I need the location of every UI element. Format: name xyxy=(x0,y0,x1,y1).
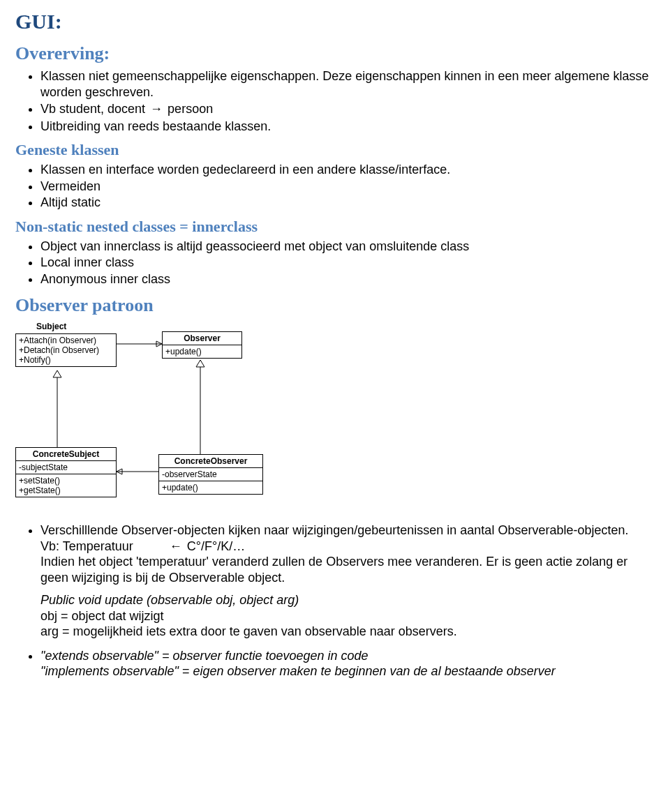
uml-connectors xyxy=(15,322,329,509)
uml-diagram: Subject +Attach(in Observer) +Detach(in … xyxy=(15,322,329,509)
arrow-icon: ← xyxy=(168,539,184,553)
text: Indien het object 'temperatuur' verander… xyxy=(40,555,627,585)
heading-geneste-klassen: Geneste klassen xyxy=(15,141,655,159)
page-title: GUI: xyxy=(15,10,655,33)
list-observer-notes: Verschilllende Observer-objecten kijken … xyxy=(40,522,655,679)
text: "implements observable" = eigen observer… xyxy=(40,664,556,678)
text: obj = object dat wijzigt xyxy=(40,609,164,623)
list-nested: Klassen en interface worden gedeclareerd… xyxy=(40,162,655,211)
list-nonstatic: Object van innerclass is altijd geassoci… xyxy=(40,239,655,287)
list-item: Altijd static xyxy=(40,195,655,211)
list-item: Vb student, docent → persoon xyxy=(40,101,655,117)
text: C°/F°/K/… xyxy=(184,539,245,553)
arrow-icon: → xyxy=(149,102,164,116)
list-item: "extends observable" = observer functie … xyxy=(40,648,655,679)
heading-non-static-nested: Non-static nested classes = innerclass xyxy=(15,218,655,236)
svg-marker-5 xyxy=(196,360,204,367)
list-item: Object van innerclass is altijd geassoci… xyxy=(40,239,655,255)
list-item: Anonymous inner class xyxy=(40,271,655,287)
svg-marker-3 xyxy=(53,370,61,377)
heading-overerving: Overerving: xyxy=(15,43,655,64)
text: Vb: Temperatuur xyxy=(40,539,133,553)
heading-observer-patroon: Observer patroon xyxy=(15,295,655,316)
list-item: Klassen niet gemeenschappelijke eigensch… xyxy=(40,68,655,100)
uml-diagram-container: Subject +Attach(in Observer) +Detach(in … xyxy=(15,322,655,509)
text: Verschilllende Observer-objecten kijken … xyxy=(40,523,628,537)
list-item: Klassen en interface worden gedeclareerd… xyxy=(40,162,655,178)
text: "extends observable" = observer functie … xyxy=(40,649,368,663)
text: Vb student, docent xyxy=(40,102,149,116)
list-item: Verschilllende Observer-objecten kijken … xyxy=(40,522,655,640)
text: persoon xyxy=(164,102,213,116)
list-inherit: Klassen niet gemeenschappelijke eigensch… xyxy=(40,68,655,134)
list-item: Vermeiden xyxy=(40,179,655,195)
list-item: Uitbreiding van reeds bestaande klassen. xyxy=(40,119,655,135)
text-code-signature: Public void update (observable obj, obje… xyxy=(40,593,299,607)
text: arg = mogelijkheid iets extra door te ga… xyxy=(40,624,457,638)
list-item: Local inner class xyxy=(40,255,655,271)
